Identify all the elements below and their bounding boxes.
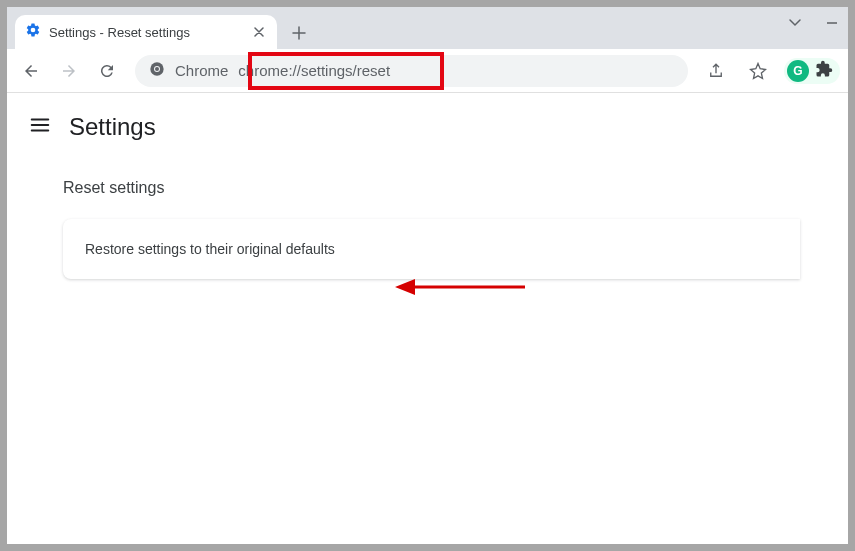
arrow-annotation bbox=[395, 275, 525, 303]
settings-page: Settings Reset settings Restore settings… bbox=[7, 93, 848, 279]
browser-toolbar: Chrome chrome://settings/reset G bbox=[7, 49, 848, 93]
svg-point-2 bbox=[155, 67, 159, 71]
menu-button[interactable] bbox=[29, 114, 51, 140]
close-tab-button[interactable] bbox=[251, 24, 267, 40]
minimize-button[interactable] bbox=[826, 15, 838, 33]
site-label: Chrome bbox=[175, 62, 228, 79]
extension-pill[interactable]: G bbox=[784, 58, 840, 84]
new-tab-button[interactable] bbox=[285, 19, 313, 47]
reload-button[interactable] bbox=[91, 55, 123, 87]
chrome-logo-icon bbox=[149, 61, 165, 81]
page-header: Settings bbox=[7, 93, 848, 159]
grammarly-icon: G bbox=[787, 60, 809, 82]
restore-defaults-label: Restore settings to their original defau… bbox=[85, 241, 335, 257]
bookmark-button[interactable] bbox=[742, 55, 774, 87]
page-title: Settings bbox=[69, 113, 156, 141]
tab-strip: Settings - Reset settings bbox=[7, 7, 848, 49]
reset-section: Reset settings Restore settings to their… bbox=[7, 159, 848, 279]
browser-tab[interactable]: Settings - Reset settings bbox=[15, 15, 277, 49]
back-button[interactable] bbox=[15, 55, 47, 87]
chevron-down-icon[interactable] bbox=[788, 15, 802, 33]
window-controls bbox=[788, 15, 838, 33]
share-button[interactable] bbox=[700, 55, 732, 87]
restore-defaults-row[interactable]: Restore settings to their original defau… bbox=[63, 219, 800, 279]
address-bar[interactable]: Chrome chrome://settings/reset bbox=[135, 55, 688, 87]
gear-icon bbox=[25, 22, 41, 42]
svg-marker-4 bbox=[395, 279, 415, 295]
tab-title: Settings - Reset settings bbox=[49, 25, 243, 40]
extensions-icon[interactable] bbox=[815, 60, 837, 82]
section-title: Reset settings bbox=[63, 179, 792, 197]
forward-button[interactable] bbox=[53, 55, 85, 87]
url-text: chrome://settings/reset bbox=[238, 62, 390, 79]
